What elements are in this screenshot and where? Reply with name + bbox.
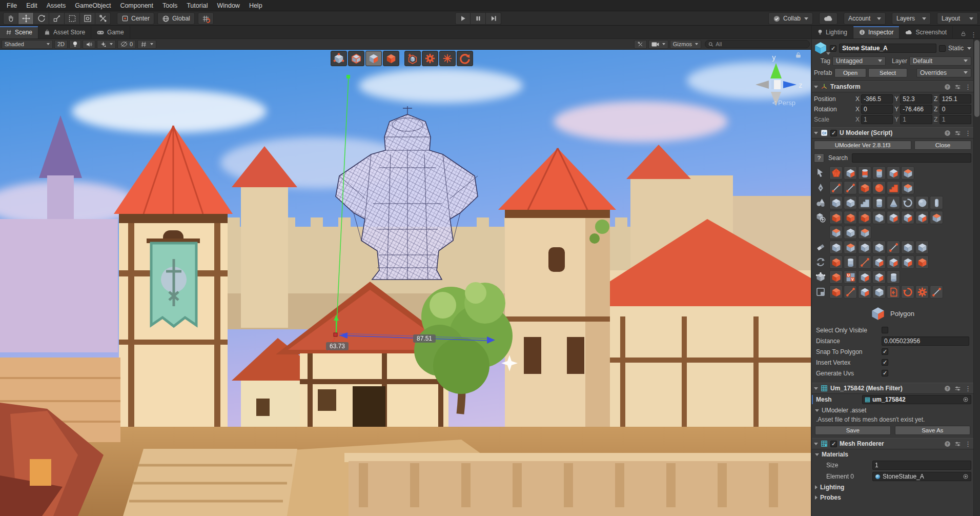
gameobject-cube-icon[interactable] [814, 41, 827, 56]
scene-search-box[interactable] [705, 40, 810, 48]
group-tool[interactable] [872, 285, 886, 299]
multi-extrude-tool[interactable] [915, 211, 929, 224]
transform-header[interactable]: Transform ? ⋮ [812, 81, 973, 92]
pull-face-tool[interactable] [844, 211, 857, 224]
reset-rotate-button[interactable] [457, 51, 473, 66]
band-draw-tool[interactable] [901, 181, 914, 194]
tab-inspector[interactable]: Inspector [853, 26, 900, 38]
umodeler-settings-tool[interactable] [915, 285, 929, 299]
inset-tool[interactable] [887, 211, 900, 224]
menu-item[interactable]: Edit [22, 0, 42, 11]
edge-mode-button[interactable] [348, 51, 364, 66]
play-button[interactable] [455, 12, 471, 25]
gameobject-name-field[interactable] [839, 44, 936, 53]
uv-tools-icon[interactable] [813, 270, 828, 284]
inspector-lock-icon[interactable] [961, 31, 966, 38]
umodeler-header[interactable]: C# ✓ U Modeler (Script) ? ⋮ [812, 127, 973, 138]
flatten-tool[interactable] [829, 241, 843, 254]
tab-lighting[interactable]: Lighting [812, 26, 853, 38]
bevel-tool[interactable] [858, 241, 871, 254]
pivot-snap-button[interactable] [439, 51, 456, 66]
save-as-button[interactable]: Save As [895, 426, 971, 435]
scene-audio-toggle[interactable] [83, 40, 95, 49]
misc-tools-icon[interactable] [813, 285, 828, 299]
uv-editor-tool[interactable]: UV [844, 270, 857, 284]
pause-button[interactable] [471, 12, 486, 25]
umodeler-help-button[interactable]: ? [814, 153, 824, 163]
draw-tools-icon[interactable] [813, 181, 828, 194]
umodeler-asset-foldout[interactable]: UModeler .asset [812, 405, 973, 415]
umodeler-search-input[interactable] [852, 153, 971, 163]
scene-viewport[interactable]: 63.73 87.51 y z < Persp [0, 50, 811, 516]
menu-item[interactable]: File [2, 0, 22, 11]
mirror-tool[interactable] [858, 226, 871, 239]
merge-cylinder-tool[interactable] [872, 166, 886, 180]
material-fill-tool[interactable] [829, 255, 843, 269]
cylinder-uv-tool[interactable] [887, 270, 900, 284]
menu-item[interactable]: Tools [158, 0, 182, 11]
object-mode-button[interactable] [383, 51, 399, 66]
element0-field[interactable]: StoneStatue_A [872, 472, 971, 481]
cone-primitive[interactable] [887, 196, 900, 209]
rotation-z-field[interactable]: 0 [940, 105, 971, 114]
gizmos-dropdown[interactable]: Gizmos [670, 40, 701, 49]
pivot-edit-tool[interactable] [844, 285, 857, 299]
select-tools-icon[interactable] [813, 166, 828, 180]
position-y-field[interactable]: 52.3 [900, 94, 932, 104]
reset-transform-tool[interactable] [901, 285, 914, 299]
distance-field[interactable]: 0.005023956 [882, 336, 969, 346]
umodeler-enabled-checkbox[interactable]: ✓ [830, 130, 837, 136]
hand-tool-icon[interactable] [3, 12, 18, 25]
capsule-primitive[interactable] [930, 196, 943, 209]
stairs-primitive[interactable] [858, 196, 871, 209]
line-draw-tool[interactable] [829, 181, 843, 194]
position-z-field[interactable]: 125.1 [940, 94, 971, 104]
tab-screenshot[interactable]: Screenshot [900, 26, 953, 38]
materials-size-field[interactable]: 1 [872, 461, 971, 470]
vertex-path-tool[interactable] [858, 255, 871, 269]
scale-x-field[interactable]: 1 [861, 115, 893, 124]
spiral-primitive[interactable] [901, 196, 914, 209]
export-tool[interactable] [887, 285, 900, 299]
scene-search-input[interactable] [716, 41, 806, 47]
position-x-field[interactable]: -366.5 [861, 94, 893, 104]
perspective-label[interactable]: < Persp [772, 99, 795, 107]
prefab-open-button[interactable]: Open [834, 68, 866, 77]
insert-vertex-checkbox[interactable]: ✓ [882, 359, 888, 366]
project-uv-tool[interactable] [858, 270, 871, 284]
align-tool[interactable] [872, 255, 886, 269]
rotate-tool-icon[interactable] [34, 12, 49, 25]
cloud-button[interactable] [819, 12, 838, 25]
mesh-filter-header[interactable]: Um_175842 (Mesh Filter) ? ⋮ [812, 383, 973, 394]
erase-tools-icon[interactable] [813, 241, 828, 254]
mesh-renderer-header[interactable]: ✓ Mesh Renderer ? ⋮ [812, 438, 973, 449]
diagnose-tool[interactable] [930, 285, 943, 299]
polyhedron-select-tool[interactable] [829, 166, 843, 180]
menu-item[interactable]: Help [244, 0, 267, 11]
tab-game[interactable]: Game [91, 26, 130, 38]
add-shape-button[interactable] [404, 51, 421, 66]
object-picker-icon[interactable] [963, 473, 969, 480]
arc-draw-tool[interactable] [844, 181, 857, 194]
plane-axis-tool[interactable] [901, 255, 914, 269]
layers-dropdown[interactable]: Layers [892, 12, 931, 25]
rect-draw-tool[interactable] [858, 181, 871, 194]
cylinder-edit-tool[interactable] [844, 255, 857, 269]
gameobject-active-checkbox[interactable]: ✓ [830, 45, 836, 52]
umodeler-settings-button[interactable] [422, 51, 438, 66]
static-dropdown-icon[interactable] [967, 47, 971, 50]
scene-tools-button[interactable] [634, 40, 647, 49]
slice-tool[interactable] [872, 241, 886, 254]
crease-tool[interactable] [872, 211, 886, 224]
expand-face-tool[interactable] [858, 211, 871, 224]
vertex-merge-tool[interactable] [887, 241, 900, 254]
extrude-tool[interactable] [901, 211, 914, 224]
menu-item[interactable]: Tutorial [182, 0, 212, 11]
step-button[interactable] [486, 12, 501, 25]
box-uv-tool[interactable] [872, 270, 886, 284]
cut-uv-tool[interactable] [829, 270, 843, 284]
rounded-cube-primitive[interactable] [844, 196, 857, 209]
layout-dropdown[interactable]: Layout [937, 12, 978, 25]
layer-dropdown[interactable]: Default [909, 56, 971, 66]
arch-tool[interactable] [930, 211, 943, 224]
